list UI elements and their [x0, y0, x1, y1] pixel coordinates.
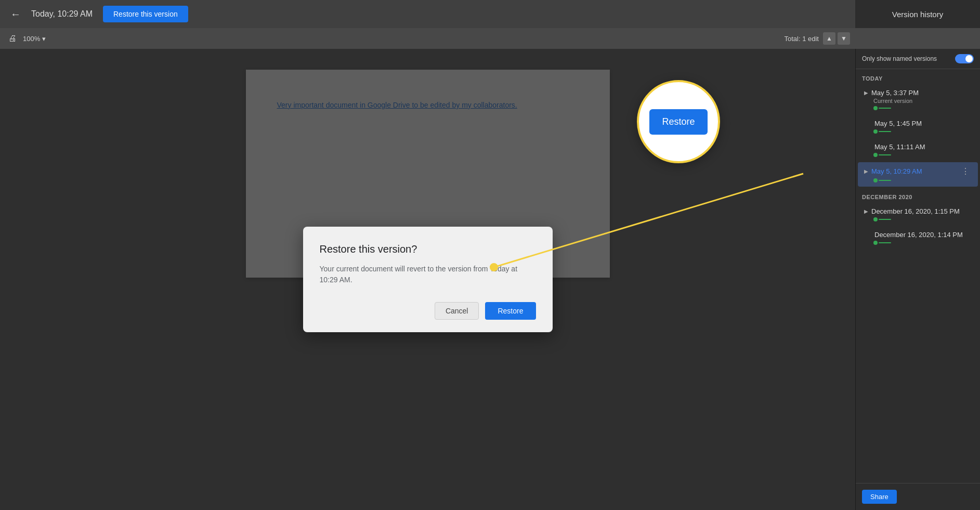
sidebar-bottom: Share: [856, 483, 980, 510]
sidebar-toggle-bar: Only show named versions: [856, 49, 980, 69]
version-arrow-icon: ▶: [864, 90, 868, 96]
version-item-today-1[interactable]: May 5, 1:45 PM: [858, 115, 978, 138]
zoom-value: 100%: [23, 35, 40, 43]
green-dot-icon: [873, 153, 878, 157]
version-dot-row: [864, 217, 972, 221]
zoom-control[interactable]: 100% ▾: [23, 35, 46, 43]
version-item-today-0[interactable]: ▶May 5, 3:37 PMCurrent version: [858, 85, 978, 114]
dialog-body: Your current document will revert to the…: [320, 264, 536, 285]
doc-area: Very important document in Google Drive …: [0, 49, 855, 510]
version-sub-label: Current version: [864, 98, 972, 104]
december-versions: ▶December 16, 2020, 1:15 PMDecember 16, …: [856, 203, 980, 249]
dot-line: [879, 131, 891, 132]
restore-version-button[interactable]: Restore this version: [103, 6, 188, 22]
dialog-overlay: Restore this version? Your current docum…: [0, 49, 855, 510]
total-edits: Total: 1 edit ▲ ▼: [785, 32, 851, 45]
zoom-dropdown-icon[interactable]: ▾: [42, 35, 46, 43]
secondary-bar: 🖨 100% ▾ Total: 1 edit ▲ ▼: [0, 28, 980, 49]
green-dot-icon: [873, 129, 878, 134]
prev-version-button[interactable]: ▲: [823, 32, 835, 45]
only-named-versions-label: Only show named versions: [862, 55, 951, 62]
section-today: TODAY: [856, 69, 980, 84]
version-history-title: Version history: [855, 0, 980, 28]
only-named-toggle[interactable]: [955, 54, 974, 63]
version-arrow-icon: ▶: [864, 208, 868, 214]
more-options-button[interactable]: ⋮: [959, 166, 972, 176]
doc-title: Today, 10:29 AM: [31, 9, 93, 19]
green-dot-icon: [873, 241, 878, 245]
today-versions: ▶May 5, 3:37 PMCurrent versionMay 5, 1:4…: [856, 85, 980, 187]
green-dot-icon: [873, 106, 878, 110]
version-item-dec-0[interactable]: ▶December 16, 2020, 1:15 PM: [858, 203, 978, 226]
version-date: December 16, 2020, 1:15 PM: [871, 207, 972, 215]
green-dot-icon: [873, 217, 878, 221]
nav-arrows[interactable]: ▲ ▼: [823, 32, 850, 45]
version-date: May 5, 1:45 PM: [874, 120, 972, 127]
version-date: December 16, 2020, 1:14 PM: [874, 231, 972, 239]
version-dot-row: [864, 178, 972, 182]
version-date: May 5, 11:11 AM: [874, 143, 972, 151]
version-dot-row: [864, 241, 972, 245]
dot-line: [879, 180, 891, 181]
dot-line: [879, 154, 891, 155]
main-area: Very important document in Google Drive …: [0, 49, 980, 510]
next-version-button[interactable]: ▼: [838, 32, 850, 45]
top-bar: ← Today, 10:29 AM Restore this version V…: [0, 0, 980, 28]
version-item-today-3[interactable]: ▶May 5, 10:29 AM⋮: [858, 162, 978, 187]
dialog-title: Restore this version?: [320, 243, 536, 255]
version-dot-row: [864, 153, 972, 157]
version-arrow-icon: ▶: [864, 168, 868, 174]
dialog: Restore this version? Your current docum…: [303, 227, 553, 332]
sidebar: Only show named versions TODAY ▶May 5, 3…: [855, 49, 980, 510]
dot-line: [879, 219, 891, 220]
print-icon[interactable]: 🖨: [8, 34, 17, 43]
share-button[interactable]: Share: [862, 490, 897, 504]
dot-line: [879, 242, 891, 243]
dialog-actions: Cancel Restore: [320, 302, 536, 320]
restore-button[interactable]: Restore: [485, 302, 535, 320]
green-dot-icon: [873, 178, 878, 182]
dot-line: [879, 108, 891, 109]
version-date: May 5, 3:37 PM: [871, 89, 972, 97]
cancel-button[interactable]: Cancel: [435, 302, 479, 320]
back-arrow-icon[interactable]: ←: [8, 6, 23, 22]
version-dot-row: [864, 106, 972, 110]
version-item-dec-1[interactable]: December 16, 2020, 1:14 PM: [858, 227, 978, 249]
version-dot-row: [864, 129, 972, 134]
version-item-today-2[interactable]: May 5, 11:11 AM: [858, 139, 978, 161]
version-date: May 5, 10:29 AM: [871, 167, 956, 175]
section-december: DECEMBER 2020: [856, 188, 980, 202]
